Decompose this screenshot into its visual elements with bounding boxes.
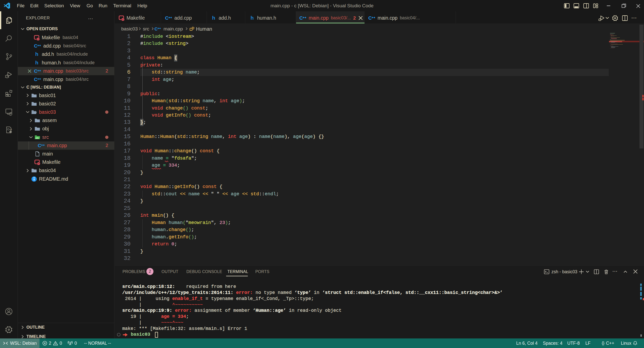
svg-text:C: C <box>34 44 37 49</box>
svg-text:</>: </> <box>36 137 39 139</box>
svg-text:h: h <box>35 52 38 57</box>
svg-text:h: h <box>212 15 215 21</box>
svg-text:C: C <box>34 77 37 82</box>
svg-text:h: h <box>35 60 38 65</box>
svg-text:C: C <box>34 68 37 74</box>
svg-text:C: C <box>165 15 169 21</box>
svg-text:C++: C++ <box>7 128 12 131</box>
svg-text:C: C <box>368 15 372 21</box>
svg-text:C: C <box>299 15 303 21</box>
svg-text:C: C <box>154 26 157 31</box>
svg-text:C: C <box>38 143 41 148</box>
svg-text:h: h <box>251 15 254 21</box>
